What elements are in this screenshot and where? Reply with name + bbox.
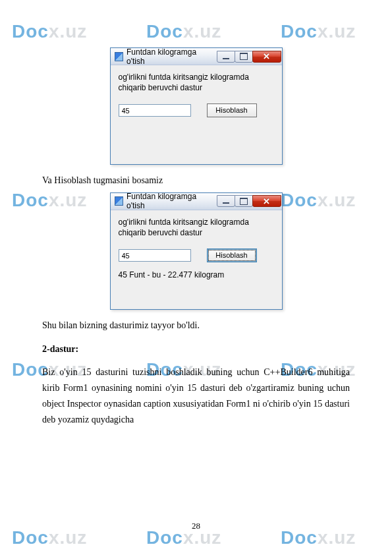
calculate-button[interactable]: Hisoblash [207, 248, 257, 262]
minimize-button[interactable] [217, 51, 235, 63]
client-area: og'irlikni funtda kiritsangiz kilogramda… [111, 210, 282, 309]
close-button[interactable] [252, 195, 281, 207]
minimize-button[interactable] [217, 195, 235, 207]
weight-input[interactable] [119, 104, 191, 117]
weight-input[interactable] [119, 249, 191, 262]
app-icon [115, 52, 124, 61]
titlebar: Funtdan kilogramga o'tish [111, 48, 282, 65]
description-label: og'irlikni funtda kiritsangiz kilogramda… [119, 72, 274, 93]
heading: 2-dastur: [42, 341, 350, 357]
window-title: Funtdan kilogramga o'tish [126, 192, 213, 210]
close-button[interactable] [252, 51, 281, 63]
description-label: og'irlikni funtda kiritsangiz kilogramda… [119, 217, 274, 238]
client-area: og'irlikni funtda kiritsangiz kilogramda… [111, 65, 282, 164]
window-controls [217, 195, 281, 207]
paragraph: Biz o'yin 15 dasturini tuzishni boshladi… [42, 365, 350, 427]
window-after: Funtdan kilogramga o'tish og'irlikni fun… [110, 192, 283, 310]
window-controls [217, 51, 281, 63]
page-number: 28 [0, 521, 392, 531]
calculate-button[interactable]: Hisoblash [207, 103, 257, 117]
maximize-button[interactable] [235, 51, 253, 63]
paragraph: Shu bilan bizning dasturimiz tayyor bo'l… [42, 318, 350, 334]
page-content: Funtdan kilogramga o'tish og'irlikni fun… [0, 0, 392, 428]
paragraph: Va Hisoblash tugmasini bosamiz [42, 173, 350, 189]
window-before: Funtdan kilogramga o'tish og'irlikni fun… [110, 47, 283, 165]
result-label: 45 Funt - bu - 22.477 kilogram [119, 270, 274, 279]
titlebar: Funtdan kilogramga o'tish [111, 193, 282, 210]
window-title: Funtdan kilogramga o'tish [126, 47, 213, 66]
app-icon [115, 196, 124, 206]
maximize-button[interactable] [235, 195, 253, 207]
